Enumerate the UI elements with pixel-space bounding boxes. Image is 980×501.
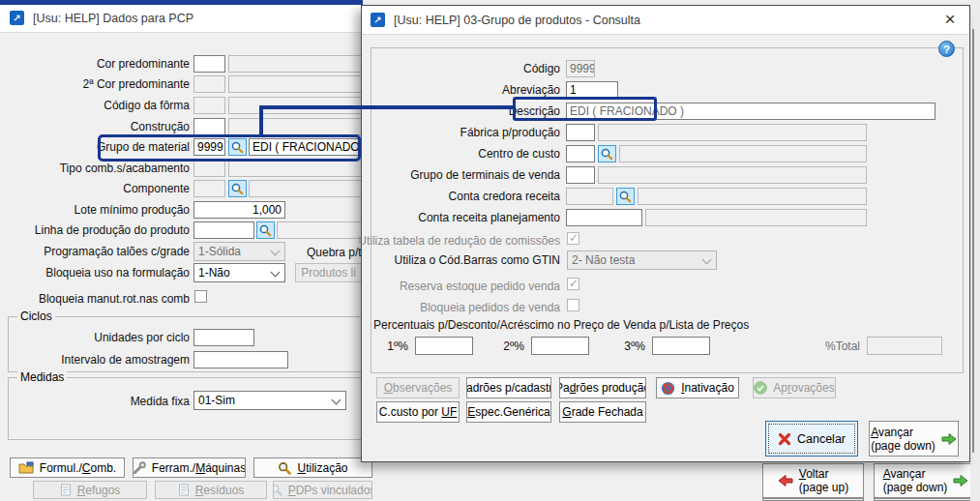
label-abreviacao: Abreviação [502,82,560,98]
chevron-down-icon [332,396,342,405]
field-componente-desc [249,180,362,197]
input-2a-cor[interactable] [193,75,225,93]
checkbox-reserva-estoque[interactable] [567,278,579,290]
label-descricao: Descrição [509,103,560,119]
label-centro-de-custo: Centro de custo [478,146,560,162]
combo-medida-fixa[interactable]: 01-Sim [193,391,346,410]
input-abreviacao[interactable]: 1 [566,81,618,99]
combo-gtin[interactable]: 2- Não testa [567,250,717,270]
checkbox-bloqueia-pedidos[interactable] [567,299,579,311]
aprovacoes-button[interactable]: Aprovações [753,377,836,398]
input-tipo-comb[interactable] [193,160,225,177]
magnifier-icon [230,182,245,196]
linha-producao-search-button[interactable] [256,221,275,239]
input-centro-custo[interactable] [566,145,595,162]
centro-custo-search-button[interactable] [598,145,616,162]
document-icon [178,484,190,496]
field-grupo-terminais-desc [598,166,867,184]
label-construcao: Construção [131,119,190,134]
field-linha-producao-desc [277,221,362,239]
input-conta-credora[interactable] [566,188,613,205]
checkbox-bloqueia-manut[interactable] [194,290,207,303]
utilizacao-button[interactable]: Utilização [253,457,372,478]
input-linha-producao[interactable] [193,221,254,239]
formul-comb-button[interactable]: Formul./Comb. [10,457,125,478]
conta-credora-search-button[interactable] [616,188,635,205]
arrow-right-icon [941,432,957,446]
input-grupo-material-codigo[interactable]: 9999 [193,138,225,156]
close-icon[interactable]: × [938,8,962,31]
cancelar-button[interactable]: Cancelar [765,421,858,457]
field-cor-predominante-desc [228,55,362,73]
vertical-divider [972,29,974,453]
arrow-left-icon [778,474,793,487]
chevron-down-icon [271,268,281,278]
groupbox-medidas-legend: Medidas [17,370,67,385]
magnifier-icon [618,190,633,204]
input-codigo-forma[interactable] [193,97,225,114]
input-codigo[interactable]: 9999 [566,60,595,77]
magnifier-icon [273,484,282,496]
label-componente: Componente [123,181,190,196]
field-2a-cor-desc [228,75,362,93]
observacoes-button[interactable]: Observações [376,377,460,398]
padroes-cadastro-button[interactable]: Padrões p/cadastro [466,377,551,398]
padroes-producao-button[interactable]: Padrões produção [559,377,646,398]
cancel-x-icon [778,432,791,446]
folder-icon [18,461,34,474]
front-window-titlebar[interactable]: ↗ [Usu: HELP] 03-Grupo de produtos - Con… [362,6,969,35]
inactivate-icon [661,381,675,396]
label-pct-total: %Total [825,339,860,354]
label-utiliza-tabela: Utiliza tabela de redução de comissões [358,233,560,249]
avancar-page-down-button-front[interactable]: Avançar(page down) [869,421,959,457]
input-pct-total [867,337,942,355]
grade-fechada-button[interactable]: Grade Fechada [559,401,646,423]
avancar-page-down-button-back[interactable]: Avançar(page down) [874,463,978,498]
combo-programacao-taloes[interactable]: 1-Sólida [193,242,285,261]
field-conta-receita-desc [645,209,867,226]
wrench-icon [133,461,146,475]
label-intervalo-amostragem: Intervalo de amostragem [61,352,190,368]
input-cor-predominante[interactable] [193,55,225,73]
label-2pct: 2º% [503,339,524,354]
input-1pct[interactable] [415,337,473,355]
field-tipo-comb-desc [228,160,362,177]
input-conta-receita[interactable] [566,209,642,226]
componente-search-button[interactable] [228,180,247,197]
input-construcao[interactable] [193,118,225,135]
input-2pct[interactable] [531,337,589,355]
input-unidades-por-ciclo[interactable] [193,329,254,346]
voltar-page-up-button[interactable]: Voltar(page up) [762,463,864,498]
input-grupo-terminais[interactable] [566,166,595,184]
input-lote-minimo[interactable]: 1,000 [193,201,285,219]
input-componente[interactable] [193,180,225,197]
ccusto-por-uf-button[interactable]: C.custo por UF [376,401,460,423]
document-icon [60,484,72,496]
arrow-right-icon [953,474,968,487]
espec-generica-button[interactable]: Espec.Genérica [466,401,551,423]
residuos-button[interactable]: Resíduos [155,481,267,499]
magnifier-icon [278,461,291,475]
produtos-liberados-button[interactable]: Produtos li [295,263,362,282]
refugos-button[interactable]: Refugos [33,481,147,499]
input-fabrica[interactable] [566,124,595,141]
grupo-material-search-button[interactable] [228,138,247,156]
app-icon: ↗ [371,13,385,27]
label-bloqueia-manut: Bloqueia manut.rot.nas comb [39,291,190,307]
input-3pct[interactable] [652,337,710,355]
inativacao-button[interactable]: Inativação [656,377,739,398]
label-linha-producao: Linha de produção do produto [35,222,190,238]
combo-bloqueia-uso[interactable]: 1-Não [193,263,285,282]
back-window-right-edge [970,0,980,501]
input-descricao[interactable]: EDI ( FRACIONADO ) [566,103,935,120]
label-bloqueia-uso-formulacao: Bloqueia uso na formulação [45,265,190,280]
input-intervalo-amostragem[interactable] [193,351,288,368]
ferram-maquinas-button[interactable]: Ferram./Máquinas [133,457,246,478]
field-conta-credora-desc [638,188,867,205]
back-window-title: [Usu: HELP] Dados para PCP [33,11,193,26]
checkbox-utiliza-tabela[interactable] [567,232,579,245]
label-codigo: Código [523,61,560,76]
pdps-vinculados-button[interactable]: PDPs vinculados [273,481,372,499]
label-conta-credora: Conta credora receita [449,189,560,204]
help-icon[interactable]: ? [938,41,955,57]
